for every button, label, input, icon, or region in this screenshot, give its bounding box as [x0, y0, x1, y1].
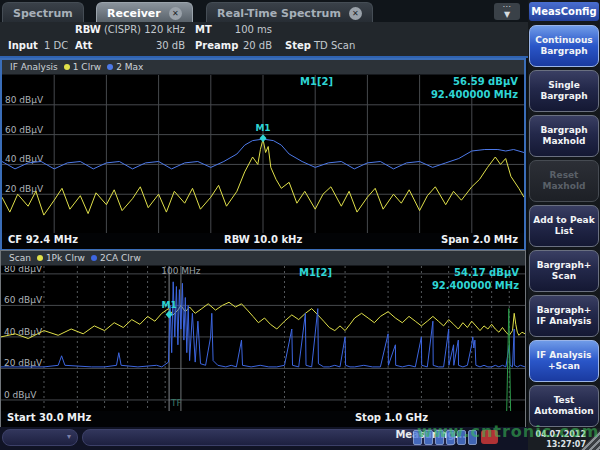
- rbw-readout: RBW 10.0 kHz: [224, 234, 302, 245]
- trace-1Pk Clrw: [1, 302, 525, 338]
- if-chart-area[interactable]: 80 dBµV60 dBµV40 dBµV20 dBµVM1 M1[2] 56.…: [2, 75, 524, 233]
- trace2-color-dot: [107, 64, 113, 70]
- svg-text:M1: M1: [255, 123, 270, 133]
- marker-frequency: 92.400000 MHz: [432, 279, 519, 292]
- if-panel-footer: CF 92.4 MHz RBW 10.0 kHz Span 2.0 MHz: [2, 233, 524, 249]
- marker-diamond: [166, 311, 173, 319]
- trace-TF: [507, 309, 511, 411]
- chevron-down-icon: ▼: [504, 10, 510, 19]
- chevron-down-icon: ▾: [67, 432, 71, 441]
- settings-bar: RBW (CISPR) 120 kHz MT 100 ms Input 1 DC…: [0, 22, 528, 56]
- trace1-color-dot: [64, 64, 70, 70]
- trace2-label: 2 Max: [116, 62, 143, 72]
- marker-level: 54.17 dBµV: [432, 266, 519, 279]
- span-readout: Span 2.0 MHz: [441, 234, 518, 245]
- svg-text:60 dBµV: 60 dBµV: [5, 125, 44, 135]
- svg-text:M1: M1: [161, 300, 176, 310]
- softkey-continuous-bargraph[interactable]: Continuous Bargraph: [529, 25, 599, 67]
- marker-readout: 54.17 dBµV 92.400000 MHz: [432, 266, 519, 292]
- att-value: 30 dB: [130, 40, 185, 51]
- trace1-label: 1 Clrw: [73, 62, 101, 72]
- softkey-single-bargraph[interactable]: Single Bargraph: [529, 70, 599, 112]
- softkey-reset-maxhold: Reset Maxhold: [529, 160, 599, 202]
- softkey-test-automation[interactable]: Test Automation: [529, 385, 599, 427]
- preamp-value: 20 dB: [215, 40, 272, 51]
- trace2-label: 2CA Clrw: [100, 253, 141, 263]
- scan-panel-header: Scan 1Pk Clrw 2CA Clrw: [1, 251, 525, 266]
- emi-receiver-screen: Spectrum Receiver Real-Time Spectrum ⋯▼ …: [0, 0, 600, 450]
- softkey-bargraph-if-analysis[interactable]: Bargraph+ IF Analysis: [529, 295, 599, 337]
- svg-text:0 dBµV: 0 dBµV: [4, 390, 37, 400]
- close-icon[interactable]: [349, 7, 362, 20]
- marker-readout: 56.59 dBµV 92.400000 MHz: [431, 75, 518, 101]
- rbw-value: (CISPR) 120 kHz: [100, 24, 185, 35]
- trace1-label: 1Pk Clrw: [46, 253, 85, 263]
- mt-value: 100 ms: [215, 24, 272, 35]
- trace2-legend: 2CA Clrw: [91, 253, 141, 263]
- scan-chart-area[interactable]: 80 dBµV60 dBµV40 dBµV20 dBµV0 dBµV100 MH…: [1, 266, 525, 411]
- trace2-color-dot: [91, 255, 97, 261]
- status-segment-left[interactable]: ▾: [2, 429, 78, 446]
- status-bar: ▾ Measuring...: [0, 427, 528, 450]
- tab-label: Real-Time Spectrum: [217, 7, 341, 20]
- tab-bar: Spectrum Receiver Real-Time Spectrum ⋯▼: [0, 0, 528, 22]
- tab-spectrum[interactable]: Spectrum: [2, 2, 84, 23]
- measuring-status: Measuring...: [395, 429, 466, 440]
- start-frequency: Start 30.0 MHz: [7, 412, 91, 423]
- time: 13:27:07: [528, 440, 586, 450]
- trace-2CA Clrw: [1, 282, 525, 367]
- tab-label: Spectrum: [13, 7, 73, 20]
- center-frequency: CF 92.4 MHz: [8, 234, 78, 245]
- svg-text:80 dBµV: 80 dBµV: [5, 95, 44, 105]
- softkey-sidebar: MeasConfig Continuous Bargraph Single Ba…: [528, 0, 600, 450]
- svg-text:20 dBµV: 20 dBµV: [5, 184, 44, 194]
- date: 04.07.2012: [528, 430, 586, 440]
- input-label: Input: [8, 40, 38, 51]
- tab-receiver[interactable]: Receiver: [96, 2, 193, 23]
- step-label: Step: [285, 40, 311, 51]
- panel-title: Scan: [9, 253, 31, 263]
- tab-realtime-spectrum[interactable]: Real-Time Spectrum: [206, 2, 373, 23]
- trace1-legend: 1Pk Clrw: [37, 253, 85, 263]
- close-icon[interactable]: [169, 7, 182, 20]
- marker-level: 56.59 dBµV: [431, 75, 518, 88]
- svg-text:80 dBµV: 80 dBµV: [4, 266, 43, 274]
- marker-diamond: [260, 134, 267, 142]
- mt-label: MT: [195, 24, 212, 35]
- softkey-bargraph-scan[interactable]: Bargraph+ Scan: [529, 250, 599, 292]
- trace1-legend: 1 Clrw: [64, 62, 101, 72]
- panel-title: IF Analysis: [10, 62, 58, 72]
- softkey-add-to-peak-list[interactable]: Add to Peak List: [529, 205, 599, 247]
- trace1-color-dot: [37, 255, 43, 261]
- scan-panel: Scan 1Pk Clrw 2CA Clrw 80 dBµV60 dBµV40 …: [0, 250, 526, 427]
- marker-name: M1[2]: [299, 267, 332, 278]
- softkey-menu-title: MeasConfig: [529, 2, 599, 21]
- scan-panel-footer: Start 30.0 MHz Stop 1.0 GHz: [1, 411, 525, 427]
- tab-overflow-icon[interactable]: ⋯▼: [494, 3, 520, 20]
- svg-text:60 dBµV: 60 dBµV: [4, 295, 43, 305]
- marker-name: M1[2]: [300, 76, 333, 87]
- if-analysis-panel: IF Analysis 1 Clrw 2 Max 80 dBµV60 dBµV4…: [0, 58, 526, 250]
- stop-frequency: Stop 1.0 GHz: [355, 412, 428, 423]
- softkey-bargraph-maxhold[interactable]: Bargraph Maxhold: [529, 115, 599, 157]
- svg-text:TF: TF: [170, 398, 182, 408]
- input-value: 1 DC: [44, 40, 68, 51]
- att-label: Att: [75, 40, 92, 51]
- trace2-legend: 2 Max: [107, 62, 143, 72]
- svg-text:40 dBµV: 40 dBµV: [5, 154, 44, 164]
- rbw-label: RBW: [75, 24, 101, 35]
- softkey-if-analysis-scan[interactable]: IF Analysis +Scan: [529, 340, 599, 382]
- svg-text:100 MHz: 100 MHz: [161, 266, 201, 276]
- tab-label: Receiver: [107, 7, 161, 20]
- datetime-display: 04.07.2012 13:27:07: [528, 428, 600, 450]
- step-value: TD Scan: [314, 40, 355, 51]
- marker-frequency: 92.400000 MHz: [431, 88, 518, 101]
- if-panel-header: IF Analysis 1 Clrw 2 Max: [2, 60, 524, 75]
